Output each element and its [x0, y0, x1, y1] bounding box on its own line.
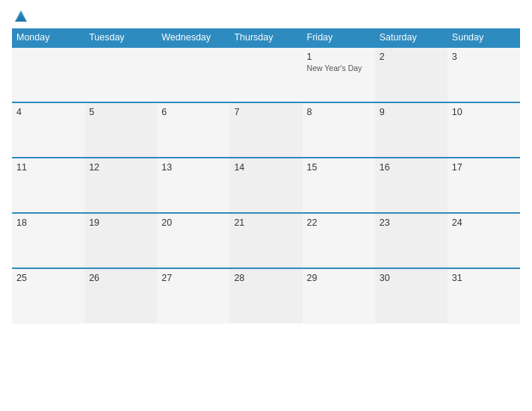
day-number: 30 [380, 273, 443, 283]
calendar-cell: 28 [229, 268, 302, 324]
day-number: 16 [380, 162, 443, 173]
calendar-cell: 25 [12, 268, 84, 324]
calendar-cell: 7 [229, 102, 302, 158]
calendar-week-row: 45678910 [12, 102, 520, 158]
calendar-cell: 13 [157, 158, 229, 213]
calendar-cell: 9 [375, 102, 448, 158]
calendar-cell: 1New Year's Day [303, 47, 375, 102]
calendar-cell: 21 [229, 213, 302, 268]
calendar-table: MondayTuesdayWednesdayThursdayFridaySatu… [12, 28, 520, 324]
day-number: 6 [161, 107, 225, 117]
calendar-cell [84, 47, 157, 102]
calendar-cell: 14 [229, 158, 302, 213]
calendar-cell: 24 [448, 213, 520, 268]
weekday-monday: Monday [12, 28, 84, 47]
day-number: 23 [380, 217, 443, 228]
day-number: 5 [89, 107, 152, 117]
calendar-cell: 3 [448, 47, 520, 102]
calendar-cell: 27 [157, 268, 229, 324]
day-number: 27 [161, 273, 225, 283]
calendar-cell: 6 [157, 102, 229, 158]
calendar-cell [157, 47, 229, 102]
day-number: 12 [89, 162, 152, 173]
day-number: 29 [307, 273, 371, 283]
calendar-cell: 2 [375, 47, 448, 102]
day-number: 20 [161, 217, 225, 228]
day-number: 22 [307, 217, 371, 228]
weekday-header-row: MondayTuesdayWednesdayThursdayFridaySatu… [12, 28, 520, 47]
weekday-wednesday: Wednesday [157, 28, 229, 47]
calendar-cell: 31 [448, 268, 520, 324]
day-number: 9 [380, 107, 443, 117]
day-number: 15 [307, 162, 371, 173]
weekday-friday: Friday [303, 28, 375, 47]
calendar-cell [229, 47, 302, 102]
calendar-cell: 20 [157, 213, 229, 268]
calendar-cell: 23 [375, 213, 448, 268]
day-number: 7 [234, 107, 297, 117]
calendar-cell: 12 [84, 158, 157, 213]
day-number: 21 [234, 217, 297, 228]
weekday-tuesday: Tuesday [84, 28, 157, 47]
calendar-cell: 30 [375, 268, 448, 324]
calendar-cell [12, 47, 84, 102]
calendar-cell: 17 [448, 158, 520, 213]
calendar-cell: 5 [84, 102, 157, 158]
day-number: 11 [16, 162, 80, 173]
day-number: 4 [16, 107, 80, 117]
day-number: 10 [452, 107, 516, 117]
day-number: 13 [161, 162, 225, 173]
calendar-container: MondayTuesdayWednesdayThursdayFridaySatu… [0, 0, 532, 411]
calendar-cell: 22 [303, 213, 375, 268]
calendar-cell: 29 [303, 268, 375, 324]
calendar-header [12, 7, 520, 24]
calendar-week-row: 25262728293031 [12, 268, 520, 324]
holiday-name: New Year's Day [307, 64, 371, 72]
calendar-week-row: 18192021222324 [12, 213, 520, 268]
day-number: 24 [452, 217, 516, 228]
logo-icon [13, 7, 29, 24]
logo [12, 7, 29, 24]
day-number: 2 [380, 52, 443, 62]
day-number: 14 [234, 162, 297, 173]
calendar-cell: 10 [448, 102, 520, 158]
day-number: 25 [16, 273, 80, 283]
calendar-week-row: 1New Year's Day23 [12, 47, 520, 102]
day-number: 18 [16, 217, 80, 228]
calendar-cell: 19 [84, 213, 157, 268]
day-number: 8 [307, 107, 371, 117]
calendar-week-row: 11121314151617 [12, 158, 520, 213]
day-number: 28 [234, 273, 297, 283]
day-number: 19 [89, 217, 152, 228]
calendar-cell: 15 [303, 158, 375, 213]
calendar-cell: 11 [12, 158, 84, 213]
day-number: 26 [89, 273, 152, 283]
day-number: 17 [452, 162, 516, 173]
calendar-cell: 8 [303, 102, 375, 158]
weekday-sunday: Sunday [448, 28, 520, 47]
calendar-cell: 16 [375, 158, 448, 213]
day-number: 31 [452, 273, 516, 283]
calendar-cell: 26 [84, 268, 157, 324]
day-number: 3 [452, 52, 516, 62]
day-number: 1 [307, 52, 371, 62]
calendar-cell: 4 [12, 102, 84, 158]
weekday-saturday: Saturday [375, 28, 448, 47]
weekday-thursday: Thursday [229, 28, 302, 47]
calendar-cell: 18 [12, 213, 84, 268]
